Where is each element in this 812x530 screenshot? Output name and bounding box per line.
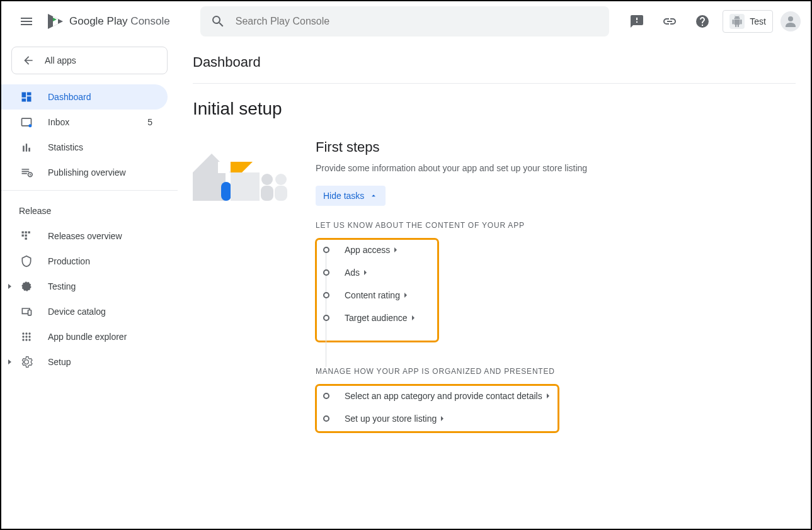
inbox-icon xyxy=(19,115,34,130)
feedback-icon xyxy=(629,14,644,29)
sidebar-item-label: Device catalog xyxy=(48,307,157,317)
caret-right-icon xyxy=(6,281,13,292)
hide-tasks-label: Hide tasks xyxy=(323,191,364,201)
task-bullet-icon xyxy=(323,247,329,253)
link-button[interactable] xyxy=(657,9,682,34)
help-icon xyxy=(695,14,710,29)
svg-rect-23 xyxy=(261,186,273,201)
svg-point-15 xyxy=(28,339,30,341)
svg-point-9 xyxy=(28,332,30,334)
task-group-content: App access Ads Content rating Target aud… xyxy=(316,239,438,342)
sidebar-divider xyxy=(1,190,178,191)
inbox-badge: 5 xyxy=(147,117,152,127)
svg-marker-19 xyxy=(231,162,253,172)
search-input[interactable] xyxy=(236,16,600,27)
testing-icon xyxy=(19,279,34,294)
search-box[interactable] xyxy=(200,6,610,37)
sidebar-item-dashboard[interactable]: Dashboard xyxy=(1,84,168,110)
sidebar-item-statistics[interactable]: Statistics xyxy=(1,135,168,160)
svg-point-14 xyxy=(25,339,27,341)
svg-rect-25 xyxy=(275,186,287,201)
search-icon xyxy=(210,14,226,29)
task-label: App access xyxy=(345,245,390,255)
logo[interactable]: Google Play Console xyxy=(47,13,170,30)
avatar-button[interactable] xyxy=(781,11,801,31)
svg-marker-1 xyxy=(53,16,58,26)
sidebar-item-testing[interactable]: Testing xyxy=(1,274,168,299)
task-store-listing[interactable]: Set up your store listing xyxy=(316,407,551,430)
task-category[interactable]: Select an app category and provide conta… xyxy=(316,385,551,407)
hamburger-icon xyxy=(19,14,34,29)
task-group-organize: Select an app category and provide conta… xyxy=(316,385,559,432)
chevron-up-icon xyxy=(369,191,378,200)
svg-rect-21 xyxy=(231,172,260,201)
task-label: Content rating xyxy=(345,290,400,300)
page-title: Dashboard xyxy=(193,42,796,84)
sidebar-section-release: Release xyxy=(1,196,178,223)
sidebar-item-label: Statistics xyxy=(48,142,157,152)
group2-header: MANAGE HOW YOUR APP IS ORGANIZED AND PRE… xyxy=(316,367,796,376)
overview-icon xyxy=(19,228,34,244)
task-bullet-icon xyxy=(323,315,329,321)
sidebar-item-inbox[interactable]: Inbox 5 xyxy=(1,110,168,135)
task-bullet-icon xyxy=(323,292,329,298)
all-apps-label: All apps xyxy=(45,55,76,65)
link-icon xyxy=(662,14,677,29)
play-logo-icon xyxy=(47,13,64,30)
card-desc: Provide some information about your app … xyxy=(316,163,796,173)
card-title: First steps xyxy=(316,139,796,155)
sidebar-item-label: Publishing overview xyxy=(48,167,157,178)
chevron-right-icon xyxy=(362,269,369,276)
logo-text: Google Play Console xyxy=(69,15,170,28)
svg-point-12 xyxy=(28,335,30,337)
svg-point-2 xyxy=(788,16,793,21)
chevron-right-icon xyxy=(410,315,416,321)
production-icon xyxy=(19,254,34,269)
sidebar-item-setup[interactable]: Setup xyxy=(1,349,168,375)
task-ads[interactable]: Ads xyxy=(316,261,438,284)
sidebar-item-label: Releases overview xyxy=(48,231,157,241)
chevron-right-icon xyxy=(403,292,409,298)
group1-header: LET US KNOW ABOUT THE CONTENT OF YOUR AP… xyxy=(316,221,796,230)
app-selector[interactable]: Test xyxy=(723,10,773,33)
stats-icon xyxy=(19,140,34,155)
svg-point-3 xyxy=(28,124,31,127)
task-content-rating[interactable]: Content rating xyxy=(316,284,438,307)
hide-tasks-button[interactable]: Hide tasks xyxy=(316,186,386,206)
menu-button[interactable] xyxy=(11,6,42,37)
chevron-right-icon xyxy=(439,415,445,422)
sidebar-item-label: Dashboard xyxy=(48,92,157,102)
task-bullet-icon xyxy=(323,393,329,399)
sidebar-item-releases-overview[interactable]: Releases overview xyxy=(1,223,168,249)
sidebar-item-label: Setup xyxy=(48,357,157,367)
svg-rect-18 xyxy=(218,162,229,173)
arrow-left-icon xyxy=(22,54,35,67)
dashboard-icon xyxy=(19,89,34,104)
feedback-button[interactable] xyxy=(624,9,649,34)
sidebar-item-label: Production xyxy=(48,256,157,266)
sidebar-item-label: App bundle explorer xyxy=(48,332,157,342)
caret-right-icon xyxy=(6,356,13,368)
svg-point-13 xyxy=(22,339,24,341)
task-label: Select an app category and provide conta… xyxy=(345,391,542,401)
task-target-audience[interactable]: Target audience xyxy=(316,307,438,329)
svg-point-5 xyxy=(22,282,30,290)
app-chip-label: Test xyxy=(750,16,766,26)
task-app-access[interactable]: App access xyxy=(316,239,438,261)
avatar-icon xyxy=(783,14,798,29)
android-icon xyxy=(729,14,745,29)
sidebar-item-app-bundle[interactable]: App bundle explorer xyxy=(1,324,168,349)
chevron-right-icon xyxy=(392,247,399,253)
sidebar-item-publishing[interactable]: Publishing overview xyxy=(1,160,168,185)
all-apps-button[interactable]: All apps xyxy=(11,47,168,74)
sidebar-item-production[interactable]: Production xyxy=(1,249,168,274)
task-bullet-icon xyxy=(323,415,329,422)
help-button[interactable] xyxy=(690,9,715,34)
chevron-right-icon xyxy=(545,393,551,399)
task-label: Ads xyxy=(345,268,360,278)
sidebar-item-device-catalog[interactable]: Device catalog xyxy=(1,299,168,324)
svg-point-11 xyxy=(25,335,27,337)
svg-point-7 xyxy=(22,332,24,334)
svg-rect-16 xyxy=(193,172,226,201)
devices-icon xyxy=(19,304,34,319)
